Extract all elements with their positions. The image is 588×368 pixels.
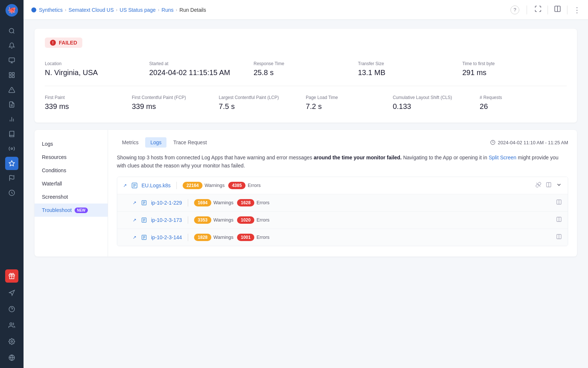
log-expand-arrow[interactable]: ↗: [123, 183, 127, 188]
metric-lcp-value: 7.5 s: [219, 102, 306, 111]
svg-point-22: [11, 341, 13, 343]
nav-screenshot[interactable]: Screenshot: [35, 190, 108, 204]
flag-nav-icon[interactable]: [5, 171, 18, 185]
svg-line-32: [537, 183, 541, 187]
sub-warnings-badge-1: 1694: [194, 199, 211, 206]
global-nav-icon[interactable]: [5, 351, 18, 364]
metrics-nav-icon[interactable]: [5, 113, 18, 126]
team-nav-icon[interactable]: [5, 319, 18, 332]
log-row-main: ↗ EU.Logs.k8s 22164 Warnings 4385 Errors: [117, 177, 568, 194]
logo: 🐙: [4, 3, 19, 18]
more-button[interactable]: ⋮: [573, 6, 581, 14]
metric-response-label: Response Time: [254, 61, 358, 66]
sub-split-icon-3[interactable]: [556, 234, 562, 241]
sub-expand-arrow-1[interactable]: ↗: [133, 200, 136, 205]
settings-nav-icon[interactable]: [5, 335, 18, 348]
metric-location-label: Location: [45, 61, 149, 66]
sidebar: 🐙: [0, 0, 24, 368]
search-nav-icon[interactable]: [5, 24, 18, 38]
tab-trace[interactable]: Trace Request: [168, 137, 212, 148]
infrastructure-nav-icon[interactable]: [5, 54, 18, 67]
metric-fcp: First Contentful Paint (FCP) 339 ms: [132, 92, 219, 114]
sub-split-icon-1[interactable]: [556, 199, 562, 206]
svg-text:🐙: 🐙: [8, 6, 16, 14]
metric-ttfb: Time to first byte 291 ms: [462, 58, 567, 80]
breadcrumb-synthetics[interactable]: Synthetics: [39, 7, 63, 13]
breadcrumb: Synthetics › Sematext Cloud US › US Stat…: [31, 7, 206, 13]
help-nav-icon[interactable]: [5, 302, 18, 316]
tab-metrics[interactable]: Metrics: [117, 137, 144, 148]
metric-started: Started at 2024-04-02 11:15:15 AM: [149, 58, 254, 80]
metric-response-time: Response Time 25.8 s: [254, 58, 358, 80]
help-button[interactable]: ?: [510, 6, 519, 14]
sub-expand-arrow-3[interactable]: ↗: [133, 235, 136, 240]
failed-badge: ! FAILED: [45, 38, 82, 48]
svg-rect-6: [9, 76, 11, 78]
sub-split-icon-2[interactable]: [556, 216, 562, 224]
sub-errors-badge-2: 1020: [237, 216, 254, 224]
log-sub-row-2: ↗ ip-10-2-3-173 3353 Warnings 1020 Error…: [117, 212, 568, 229]
sub-expand-arrow-2[interactable]: ↗: [133, 217, 136, 223]
nav-logs[interactable]: Logs: [35, 137, 108, 151]
split-icon[interactable]: [546, 182, 552, 189]
metric-lcp: Largest Contentful Paint (LCP) 7.5 s: [219, 92, 306, 114]
nav-troubleshoot[interactable]: Troubleshoot NEW: [35, 204, 108, 217]
detail-tabs: Metrics Logs Trace Request 2024-04-02 11…: [117, 137, 568, 148]
warnings-badge: 22164: [183, 182, 202, 189]
metric-page-load: Page Load Time 7.2 s: [306, 92, 393, 114]
metrics-row-1: Location N. Virginia, USA Started at 202…: [45, 58, 567, 80]
log-app-name[interactable]: EU.Logs.k8s: [141, 183, 171, 188]
metric-response-value: 25.8 s: [254, 68, 358, 77]
tab-logs[interactable]: Logs: [145, 137, 166, 148]
svg-rect-5: [12, 72, 14, 74]
breadcrumb-runs[interactable]: Runs: [162, 7, 174, 13]
chevron-down-icon[interactable]: [556, 182, 562, 189]
announcements-nav-icon[interactable]: [5, 286, 18, 300]
tabs-container: Metrics Logs Trace Request: [117, 137, 212, 148]
metric-cls-value: 0.133: [393, 102, 480, 111]
metric-fcp-value: 339 ms: [132, 102, 219, 111]
split-button[interactable]: [554, 5, 561, 14]
sub-log-name-3[interactable]: ip-10-2-3-144: [151, 234, 182, 240]
svg-point-2: [9, 28, 14, 33]
logs-nav-icon[interactable]: [5, 98, 18, 111]
metric-started-value: 2024-04-02 11:15:15 AM: [149, 68, 254, 77]
metric-location-value: N. Virginia, USA: [45, 68, 149, 77]
alerts-nav-icon[interactable]: [5, 39, 18, 52]
gift-nav-icon[interactable]: [5, 269, 18, 283]
synthetics-nav-icon[interactable]: [5, 157, 18, 170]
profiling-nav-icon[interactable]: [5, 186, 18, 199]
errors-label: Errors: [248, 183, 261, 188]
unlink-icon[interactable]: [535, 182, 541, 189]
metric-plt-value: 7.2 s: [306, 102, 393, 111]
nav-conditions[interactable]: Conditions: [35, 164, 108, 177]
nav-resources[interactable]: Resources: [35, 151, 108, 164]
content-area: ! FAILED Location N. Virginia, USA Start…: [24, 20, 588, 368]
sub-log-icon-2: [140, 216, 148, 224]
nav-waterfall[interactable]: Waterfall: [35, 177, 108, 190]
metric-first-paint: First Paint 339 ms: [45, 92, 132, 114]
metric-location: Location N. Virginia, USA: [45, 58, 149, 80]
log-sub-row-1: ↗ ip-10-2-1-229 1694 Warnings 1628 Error…: [117, 194, 568, 212]
sub-log-name-1[interactable]: ip-10-2-1-229: [151, 200, 182, 206]
expand-button[interactable]: [534, 5, 542, 14]
sub-log-name-2[interactable]: ip-10-2-3-173: [151, 217, 182, 223]
reports-nav-icon[interactable]: [5, 127, 18, 141]
metric-cls-label: Cumulative Layout Shift (CLS): [393, 95, 480, 100]
svg-point-21: [10, 323, 12, 325]
breadcrumb-cloud[interactable]: Sematext Cloud US: [69, 7, 114, 13]
dashboard-nav-icon[interactable]: [5, 68, 18, 82]
log-group-eu-logs: ↗ EU.Logs.k8s 22164 Warnings 4385 Errors: [117, 177, 568, 246]
sub-warnings-badge-3: 1828: [194, 234, 211, 241]
svg-rect-3: [9, 58, 15, 62]
split-screen-link[interactable]: Split Screen: [489, 155, 516, 160]
metric-transfer-value: 13.1 MB: [358, 68, 462, 77]
sub-warnings-badge-2: 3353: [194, 216, 211, 224]
sub-errors-badge-3: 1001: [237, 234, 254, 241]
experience-nav-icon[interactable]: [5, 142, 18, 155]
log-divider: [176, 182, 177, 189]
alert-warning-nav-icon[interactable]: [5, 83, 18, 96]
topbar: Synthetics › Sematext Cloud US › US Stat…: [24, 0, 588, 20]
breadcrumb-status-page[interactable]: US Status page: [120, 7, 156, 13]
metric-fp-value: 339 ms: [45, 102, 132, 111]
